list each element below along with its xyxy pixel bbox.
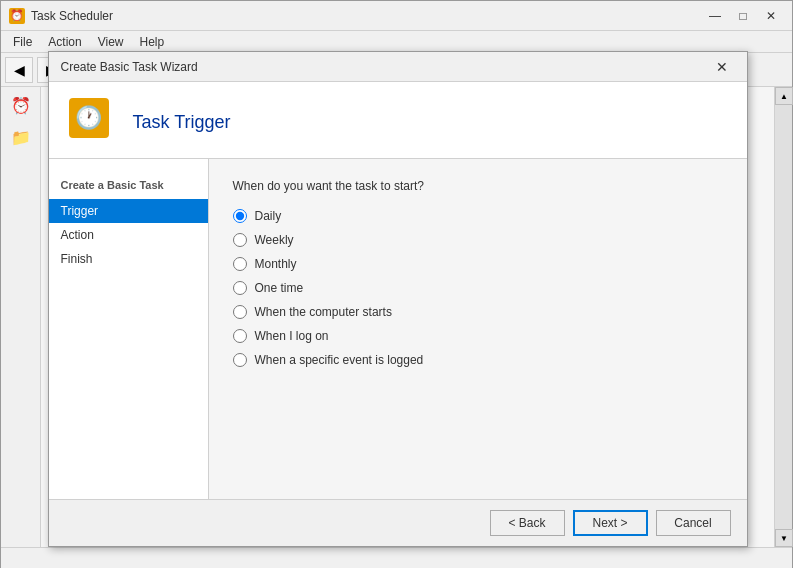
- radio-one-time-label[interactable]: One time: [255, 281, 304, 295]
- outer-window-title: Task Scheduler: [31, 9, 702, 23]
- radio-option-weekly[interactable]: Weekly: [233, 233, 723, 247]
- dialog-nav-section-title: Create a Basic Task: [49, 175, 208, 199]
- radio-option-log-on[interactable]: When I log on: [233, 329, 723, 343]
- dialog-header: 🕐 Task Trigger: [49, 82, 747, 159]
- next-button-dialog[interactable]: Next >: [573, 510, 648, 536]
- radio-option-daily[interactable]: Daily: [233, 209, 723, 223]
- dialog-nav-item-action[interactable]: Action: [49, 223, 208, 247]
- dialog-nav-item-trigger[interactable]: Trigger: [49, 199, 208, 223]
- radio-option-event-logged[interactable]: When a specific event is logged: [233, 353, 723, 367]
- outer-window: ⏰ Task Scheduler — □ ✕ File Action View …: [0, 0, 793, 568]
- app-icon: ⏰: [9, 8, 25, 24]
- cancel-button-dialog[interactable]: Cancel: [656, 510, 731, 536]
- radio-event-logged-label[interactable]: When a specific event is logged: [255, 353, 424, 367]
- radio-monthly[interactable]: [233, 257, 247, 271]
- radio-option-computer-starts[interactable]: When the computer starts: [233, 305, 723, 319]
- dialog-nav: Create a Basic Task Trigger Action Finis…: [49, 159, 209, 499]
- outer-titlebar: ⏰ Task Scheduler — □ ✕: [1, 1, 792, 31]
- radio-weekly[interactable]: [233, 233, 247, 247]
- dialog-close-button[interactable]: ✕: [709, 57, 735, 77]
- dialog-title: Create Basic Task Wizard: [61, 60, 709, 74]
- radio-monthly-label[interactable]: Monthly: [255, 257, 297, 271]
- outer-close-button[interactable]: ✕: [758, 6, 784, 26]
- outer-titlebar-buttons: — □ ✕: [702, 6, 784, 26]
- dialog-nav-item-finish[interactable]: Finish: [49, 247, 208, 271]
- dialog-header-icon-inner: 🕐: [69, 98, 109, 138]
- radio-event-logged[interactable]: [233, 353, 247, 367]
- outer-maximize-button[interactable]: □: [730, 6, 756, 26]
- dialog-overlay: Create Basic Task Wizard ✕ 🕐 Task Trigge…: [1, 31, 793, 568]
- radio-log-on-label[interactable]: When I log on: [255, 329, 329, 343]
- outer-minimize-button[interactable]: —: [702, 6, 728, 26]
- radio-option-one-time[interactable]: One time: [233, 281, 723, 295]
- dialog-content: When do you want the task to start? Dail…: [209, 159, 747, 499]
- radio-one-time[interactable]: [233, 281, 247, 295]
- radio-computer-starts-label[interactable]: When the computer starts: [255, 305, 392, 319]
- dialog-header-icon: 🕐: [69, 98, 117, 146]
- dialog-footer: < Back Next > Cancel: [49, 499, 747, 546]
- dialog-titlebar: Create Basic Task Wizard ✕: [49, 52, 747, 82]
- radio-weekly-label[interactable]: Weekly: [255, 233, 294, 247]
- radio-daily[interactable]: [233, 209, 247, 223]
- dialog-question: When do you want the task to start?: [233, 179, 723, 193]
- create-task-dialog: Create Basic Task Wizard ✕ 🕐 Task Trigge…: [48, 51, 748, 547]
- radio-option-monthly[interactable]: Monthly: [233, 257, 723, 271]
- radio-computer-starts[interactable]: [233, 305, 247, 319]
- back-button-dialog[interactable]: < Back: [490, 510, 565, 536]
- radio-log-on[interactable]: [233, 329, 247, 343]
- dialog-body: Create a Basic Task Trigger Action Finis…: [49, 159, 747, 499]
- dialog-header-title: Task Trigger: [133, 112, 231, 133]
- radio-daily-label[interactable]: Daily: [255, 209, 282, 223]
